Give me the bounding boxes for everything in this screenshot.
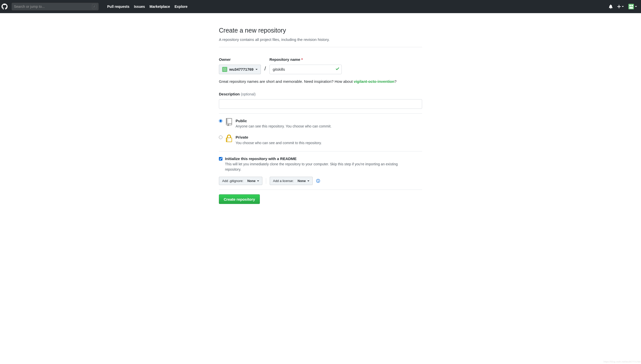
repo-name-label: Repository name * — [269, 57, 342, 63]
page-title: Create a new repository — [219, 26, 422, 35]
mark-github-icon — [2, 4, 8, 10]
divider — [219, 190, 422, 190]
divider — [266, 178, 266, 184]
primary-nav: Pull requests Issues Marketplace Explore — [107, 4, 188, 9]
caret-down-icon — [257, 180, 259, 181]
caret-down-icon — [635, 6, 637, 7]
visibility-private-sub: You choose who can see and commit to thi… — [236, 140, 322, 146]
github-logo[interactable] — [0, 4, 8, 10]
page-subtitle: A repository contains all project files,… — [219, 37, 422, 43]
notifications-button[interactable] — [609, 5, 613, 9]
valid-check-icon — [336, 66, 339, 72]
divider — [219, 151, 422, 151]
nav-issues[interactable]: Issues — [134, 4, 145, 9]
visibility-public-radio[interactable] — [219, 119, 222, 123]
license-info-button[interactable] — [316, 179, 320, 183]
slash-shortcut-hint: / — [92, 4, 96, 9]
name-suggestion-link[interactable]: vigilant-octo-invention — [354, 79, 395, 84]
visibility-private-radio[interactable] — [219, 136, 222, 139]
init-readme-title: Initialize this repository with a README — [225, 156, 407, 162]
gitignore-select[interactable]: Add .gitignore: None — [219, 177, 262, 185]
caret-down-icon — [307, 180, 309, 181]
lock-icon — [225, 135, 233, 143]
description-label: Description (optional) — [219, 92, 256, 96]
visibility-public-row: Public Anyone can see this repository. Y… — [219, 118, 422, 129]
description-input[interactable] — [219, 99, 422, 109]
license-select[interactable]: Add a license: None — [270, 177, 313, 185]
repo-icon — [225, 118, 233, 126]
owner-repo-separator: / — [264, 64, 266, 73]
nav-marketplace[interactable]: Marketplace — [150, 4, 170, 9]
caret-down-icon — [622, 6, 624, 7]
caret-down-icon — [256, 69, 258, 70]
visibility-public-title: Public — [236, 118, 332, 124]
owner-select[interactable]: wu347771769 — [219, 65, 261, 74]
init-readme-sub: This will let you immediately clone the … — [225, 162, 407, 172]
header-user-actions — [609, 4, 637, 9]
user-menu[interactable] — [628, 4, 637, 9]
search-input[interactable] — [14, 5, 92, 9]
nav-pull-requests[interactable]: Pull requests — [107, 4, 129, 9]
visibility-public-sub: Anyone can see this repository. You choo… — [236, 124, 332, 129]
init-readme-row: Initialize this repository with a README… — [219, 156, 422, 172]
owner-label: Owner — [219, 57, 261, 63]
create-new-menu[interactable] — [617, 4, 624, 9]
info-icon — [316, 179, 320, 183]
bell-icon — [609, 5, 613, 9]
create-repository-button[interactable]: Create repository — [219, 194, 260, 204]
user-avatar-icon — [628, 4, 634, 9]
repo-name-hint: Great repository names are short and mem… — [219, 79, 422, 85]
visibility-private-row: Private You choose who can see and commi… — [219, 135, 422, 146]
init-readme-checkbox[interactable] — [219, 157, 222, 161]
repo-name-input[interactable] — [269, 65, 342, 74]
divider — [219, 113, 422, 114]
global-search[interactable]: / — [12, 3, 99, 10]
owner-avatar-icon — [222, 67, 227, 72]
new-repo-form: Create a new repository A repository con… — [219, 13, 422, 204]
global-header: / Pull requests Issues Marketplace Explo… — [0, 0, 641, 13]
nav-explore[interactable]: Explore — [174, 4, 187, 9]
divider — [219, 47, 422, 47]
visibility-private-title: Private — [236, 135, 322, 140]
owner-name: wu347771769 — [229, 67, 254, 71]
plus-icon — [617, 4, 621, 9]
